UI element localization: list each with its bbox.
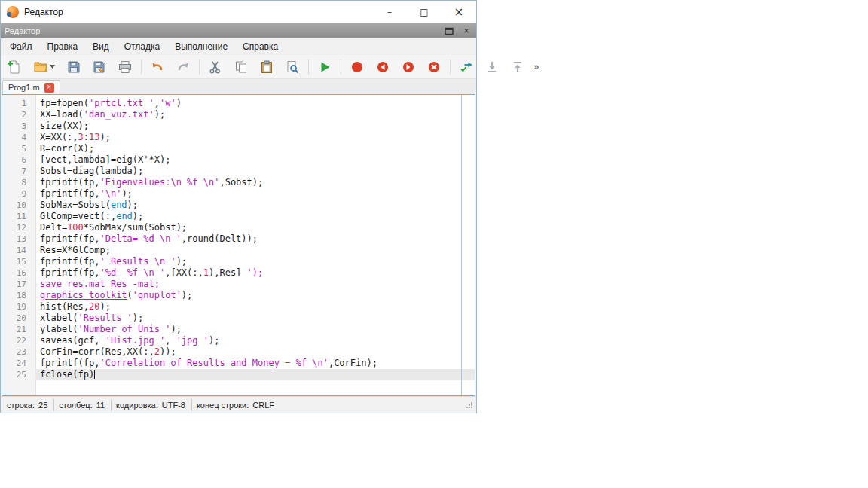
code-text[interactable]: ylabel('Number of Unis '); [35, 324, 475, 335]
code-line[interactable]: 17save res.mat Res -mat; [2, 279, 475, 290]
code-line[interactable]: 20xlabel('Results '); [2, 313, 475, 324]
line-number: 18 [2, 290, 35, 301]
menu-run[interactable]: Выполнение [167, 39, 235, 54]
line-number: 22 [2, 335, 35, 346]
code-text[interactable]: fprintf(fp,' Results \n '); [35, 256, 475, 267]
code-text[interactable]: fprintf(fp,'Delta= %d \n ',round(Delt)); [35, 233, 475, 245]
code-text[interactable]: fprintf(fp,'Eigenvalues:\n %f \n',Sobst)… [35, 177, 475, 188]
maximize-button[interactable]: □ [407, 1, 442, 23]
code-editor[interactable]: 1fp=fopen('prtcl.txt ','w')2XX=load('dan… [2, 94, 475, 396]
save-file-as-button[interactable] [90, 57, 109, 77]
minimize-button[interactable]: – [372, 1, 407, 23]
run-file-button[interactable] [315, 57, 335, 77]
code-line[interactable]: 19hist(Res,20); [2, 301, 475, 313]
code-text[interactable]: graphics_toolkit('gnuplot'); [35, 290, 475, 301]
code-text[interactable]: fclose(fp) [35, 369, 475, 380]
breakpoint-icon [350, 59, 365, 75]
code-text[interactable]: Res=X*GlComp; [35, 245, 475, 256]
code-line[interactable]: 13fprintf(fp,'Delta= %d \n ',round(Delt)… [2, 233, 475, 245]
dock-title: Редактор [5, 26, 40, 35]
open-folder-icon [33, 59, 48, 75]
code-text[interactable]: fprintf(fp,'Correlation of Results and M… [35, 358, 475, 369]
status-eol-label: конец строки: [197, 401, 249, 410]
code-text[interactable]: fprintf(fp,'\n'); [35, 188, 475, 200]
status-bar: строка: 25 столбец: 11 кодировка: UTF-8 … [1, 396, 476, 413]
open-file-button[interactable] [29, 57, 58, 77]
code-text[interactable]: size(XX); [35, 120, 475, 132]
code-text[interactable]: hist(Res,20); [35, 301, 475, 313]
menu-help[interactable]: Справка [235, 39, 286, 54]
menu-view[interactable]: Вид [85, 39, 117, 54]
toolbar-overflow-chevron[interactable]: » [533, 61, 542, 72]
dock-close-button[interactable]: × [460, 25, 472, 37]
code-text[interactable]: X=XX(:,3:13); [35, 132, 475, 143]
dock-title-bar[interactable]: Редактор × [1, 23, 476, 38]
close-button[interactable]: × [442, 1, 476, 23]
code-line[interactable]: 6[vect,lambda]=eig(X'*X); [2, 154, 475, 166]
code-line[interactable]: 23CorFin=corr(Res,XX(:,2)); [2, 346, 475, 358]
resize-grip[interactable] [465, 401, 473, 409]
previous-breakpoint-button[interactable] [373, 57, 393, 77]
step-in-button[interactable] [482, 57, 502, 77]
step-button[interactable] [457, 57, 476, 77]
code-line[interactable]: 12Delt=100*SobMax/sum(Sobst); [2, 222, 475, 233]
code-line[interactable]: 4X=XX(:,3:13); [2, 132, 475, 143]
code-line[interactable]: 25fclose(fp) [2, 369, 475, 380]
code-text[interactable]: XX=load('dan_vuz.txt'); [35, 109, 475, 120]
code-line[interactable]: 5R=corr(X); [2, 143, 475, 154]
code-line[interactable]: 21ylabel('Number of Unis '); [2, 324, 475, 335]
code-line[interactable]: 9fprintf(fp,'\n'); [2, 188, 475, 200]
code-text[interactable]: save res.mat Res -mat; [35, 279, 475, 290]
code-text[interactable]: saveas(gcf, 'Hist.jpg ', 'jpg '); [35, 335, 475, 346]
code-text[interactable]: R=corr(X); [35, 143, 475, 154]
new-script-button[interactable] [4, 57, 23, 77]
toggle-breakpoint-button[interactable] [347, 57, 367, 77]
code-text[interactable]: GlComp=vect(:,end); [35, 211, 475, 222]
code-line[interactable]: 18graphics_toolkit('gnuplot'); [2, 290, 475, 301]
paste-button[interactable] [257, 57, 277, 77]
copy-button[interactable] [231, 57, 251, 77]
find-button[interactable] [283, 57, 302, 77]
code-line[interactable]: 7Sobst=diag(lambda); [2, 166, 475, 177]
code-line[interactable]: 14Res=X*GlComp; [2, 245, 475, 256]
save-file-button[interactable] [64, 57, 84, 77]
step-out-button[interactable] [508, 57, 527, 77]
code-text[interactable]: Delt=100*SobMax/sum(Sobst); [35, 222, 475, 233]
code-line[interactable]: 16fprintf(fp,'%d %f \n ',[XX(:,1),Res] '… [2, 267, 475, 279]
code-line[interactable]: 8fprintf(fp,'Eigenvalues:\n %f \n',Sobst… [2, 177, 475, 188]
code-text[interactable]: fprintf(fp,'%d %f \n ',[XX(:,1),Res] '); [35, 267, 475, 279]
code-line[interactable]: 3size(XX); [2, 120, 475, 132]
code-text[interactable]: SobMax=Sobst(end); [35, 200, 475, 211]
tab-close-icon[interactable]: × [44, 83, 54, 93]
print-button[interactable] [115, 57, 135, 77]
code-text[interactable]: xlabel('Results '); [35, 313, 475, 324]
code-text[interactable]: CorFin=corr(Res,XX(:,2)); [35, 346, 475, 358]
line-number: 7 [2, 166, 35, 177]
code-text[interactable]: fp=fopen('prtcl.txt ','w') [35, 98, 475, 109]
code-line[interactable]: 15fprintf(fp,' Results \n '); [2, 256, 475, 267]
tab-prog1[interactable]: Prog1.m × [2, 80, 60, 94]
next-breakpoint-button[interactable] [399, 57, 418, 77]
undock-button[interactable] [443, 25, 455, 37]
code-line[interactable]: 2XX=load('dan_vuz.txt'); [2, 109, 475, 120]
menu-debug[interactable]: Отладка [117, 39, 167, 54]
code-line[interactable]: 10SobMax=Sobst(end); [2, 200, 475, 211]
copy-icon [234, 59, 249, 75]
status-encoding: кодировка: UTF-8 [112, 399, 192, 411]
menu-file[interactable]: Файл [2, 39, 40, 54]
code-line[interactable]: 11GlComp=vect(:,end); [2, 211, 475, 222]
redo-button[interactable] [173, 57, 193, 77]
code-text[interactable]: Sobst=diag(lambda); [35, 166, 475, 177]
title-bar[interactable]: Редактор – □ × [1, 1, 476, 23]
code-line[interactable]: 22saveas(gcf, 'Hist.jpg ', 'jpg '); [2, 335, 475, 346]
menu-bar: Файл Правка Вид Отладка Выполнение Справ… [1, 38, 476, 55]
code-line[interactable]: 1fp=fopen('prtcl.txt ','w') [2, 98, 475, 109]
undo-button[interactable] [148, 57, 167, 77]
code-line[interactable]: 24fprintf(fp,'Correlation of Results and… [2, 358, 475, 369]
cut-button[interactable] [206, 57, 225, 77]
code-lines: 1fp=fopen('prtcl.txt ','w')2XX=load('dan… [2, 95, 475, 380]
save-as-icon [92, 59, 107, 75]
menu-edit[interactable]: Правка [40, 39, 86, 54]
remove-all-breakpoints-button[interactable] [424, 57, 444, 77]
code-text[interactable]: [vect,lambda]=eig(X'*X); [35, 154, 475, 166]
